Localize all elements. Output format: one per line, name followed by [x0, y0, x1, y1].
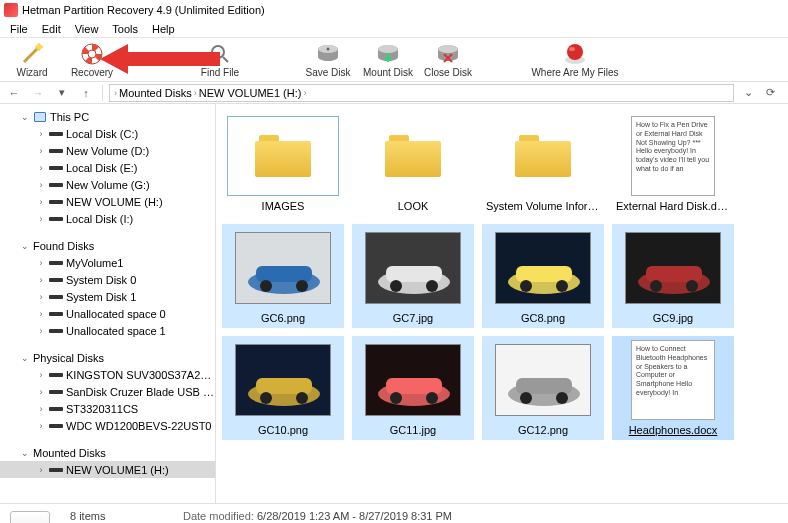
tree-item[interactable]: ›New Volume (D:) — [0, 142, 215, 159]
disk-save-icon — [316, 42, 340, 66]
expand-icon[interactable]: › — [36, 404, 46, 414]
svg-rect-36 — [256, 378, 312, 394]
monitor-icon — [33, 112, 47, 122]
tree-mounted-disks[interactable]: ⌄ Mounted Disks — [0, 444, 215, 461]
savedisk-label: Save Disk — [305, 67, 350, 78]
tree-item[interactable]: ›Unallocated space 1 — [0, 322, 215, 339]
nav-history-button[interactable]: ▾ — [52, 84, 72, 102]
window-title: Hetman Partition Recovery 4.9 (Unlimited… — [22, 4, 265, 16]
wizard-button[interactable]: Wizard — [6, 39, 58, 81]
document-item[interactable]: How to Connect Bluetooth Headphones or S… — [612, 336, 734, 440]
menu-file[interactable]: File — [4, 22, 34, 36]
find-file-button[interactable]: Find File — [194, 39, 246, 81]
item-label: LOOK — [356, 200, 470, 212]
breadcrumb[interactable]: › Mounted Disks › NEW VOLUME1 (H:) › — [109, 84, 734, 102]
tree-item[interactable]: ›NEW VOLUME (H:) — [0, 193, 215, 210]
tree-item[interactable]: ›System Disk 1 — [0, 288, 215, 305]
tree-panel[interactable]: ⌄ This PC ›Local Disk (C:)›New Volume (D… — [0, 104, 216, 503]
expand-icon[interactable]: › — [36, 197, 46, 207]
folder-icon — [515, 135, 571, 177]
expand-icon[interactable]: › — [36, 370, 46, 380]
menu-edit[interactable]: Edit — [36, 22, 67, 36]
svg-point-32 — [650, 280, 662, 292]
tree-item[interactable]: ›WDC WD1200BEVS-22UST0 — [0, 417, 215, 434]
expand-icon[interactable]: › — [36, 258, 46, 268]
image-item[interactable]: GC12.png — [482, 336, 604, 440]
tree-item[interactable]: ›MyVolume1 — [0, 254, 215, 271]
collapse-icon[interactable]: ⌄ — [20, 353, 30, 363]
collapse-icon[interactable]: ⌄ — [20, 448, 30, 458]
document-item[interactable]: How to Fix a Pen Drive or External Hard … — [612, 112, 734, 216]
item-label: GC11.jpg — [356, 424, 470, 436]
content-area[interactable]: IMAGESLOOKSystem Volume InformationHow t… — [216, 104, 788, 503]
menu-view[interactable]: View — [69, 22, 105, 36]
breadcrumb-seg-volume[interactable]: NEW VOLUME1 (H:) — [199, 87, 302, 99]
tree-item[interactable]: ›Local Disk (I:) — [0, 210, 215, 227]
tree-item[interactable]: ›Local Disk (C:) — [0, 125, 215, 142]
image-item[interactable]: GC8.png — [482, 224, 604, 328]
tree-physical-disks[interactable]: ⌄ Physical Disks — [0, 349, 215, 366]
folder-item[interactable]: System Volume Information — [482, 112, 604, 216]
image-thumb — [625, 232, 721, 304]
expand-icon[interactable]: › — [36, 163, 46, 173]
chevron-icon: › — [194, 88, 197, 98]
tree-item[interactable]: ›NEW VOLUME1 (H:) — [0, 461, 215, 478]
svg-point-27 — [520, 280, 532, 292]
tree-this-pc[interactable]: ⌄ This PC — [0, 108, 215, 125]
menu-tools[interactable]: Tools — [106, 22, 144, 36]
nav-forward-button[interactable]: → — [28, 84, 48, 102]
expand-icon[interactable]: › — [36, 326, 46, 336]
tree-item[interactable]: ›SanDisk Cruzer Blade USB Device — [0, 383, 215, 400]
image-item[interactable]: GC11.jpg — [352, 336, 474, 440]
image-item[interactable]: GC6.png — [222, 224, 344, 328]
tree-item[interactable]: ›System Disk 0 — [0, 271, 215, 288]
nav-up-button[interactable]: ↑ — [76, 84, 96, 102]
nav-dropdown-button[interactable]: ⌄ — [738, 84, 758, 102]
expand-icon[interactable]: › — [36, 129, 46, 139]
breadcrumb-seg-mounted[interactable]: Mounted Disks — [119, 87, 192, 99]
tree-item[interactable]: ›New Volume (G:) — [0, 176, 215, 193]
item-label: GC9.jpg — [616, 312, 730, 324]
expand-icon[interactable]: › — [36, 292, 46, 302]
svg-point-12 — [567, 44, 583, 60]
image-item[interactable]: GC9.jpg — [612, 224, 734, 328]
image-thumb — [365, 344, 461, 416]
tree-found-disks[interactable]: ⌄ Found Disks — [0, 237, 215, 254]
image-item[interactable]: GC7.jpg — [352, 224, 474, 328]
expand-icon[interactable]: › — [36, 146, 46, 156]
tree-item[interactable]: ›KINGSTON SUV300S37A240G — [0, 366, 215, 383]
mount-disk-button[interactable]: Mount Disk — [362, 39, 414, 81]
nav-refresh-button[interactable]: ⟳ — [760, 84, 780, 102]
save-disk-button[interactable]: Save Disk — [302, 39, 354, 81]
expand-icon[interactable]: › — [36, 275, 46, 285]
expand-icon[interactable]: › — [36, 180, 46, 190]
tree-item[interactable]: ›Unallocated space 0 — [0, 305, 215, 322]
item-label: Headphones.docx — [616, 424, 730, 436]
chevron-icon: › — [114, 88, 117, 98]
search-icon — [208, 42, 232, 66]
nav-back-button[interactable]: ← — [4, 84, 24, 102]
folder-icon — [255, 135, 311, 177]
expand-icon[interactable]: › — [36, 309, 46, 319]
expand-icon[interactable]: › — [36, 214, 46, 224]
expand-icon[interactable]: › — [36, 465, 46, 475]
disk-icon — [49, 146, 63, 156]
recovery-button[interactable]: Recovery — [66, 39, 118, 81]
folder-item[interactable]: LOOK — [352, 112, 474, 216]
folder-item[interactable]: IMAGES — [222, 112, 344, 216]
item-label: GC10.png — [226, 424, 340, 436]
collapse-icon[interactable]: ⌄ — [20, 241, 30, 251]
image-item[interactable]: GC10.png — [222, 336, 344, 440]
disk-icon — [49, 465, 63, 475]
collapse-icon[interactable]: ⌄ — [20, 112, 30, 122]
expand-icon[interactable]: › — [36, 387, 46, 397]
tree-item[interactable]: ›ST3320311CS — [0, 400, 215, 417]
menu-help[interactable]: Help — [146, 22, 181, 36]
red-button-icon — [563, 42, 587, 66]
where-files-button[interactable]: Where Are My Files — [520, 39, 630, 81]
tree-item[interactable]: ›Local Disk (E:) — [0, 159, 215, 176]
disk-icon — [49, 258, 63, 268]
close-disk-button[interactable]: Close Disk — [422, 39, 474, 81]
expand-icon[interactable]: › — [36, 421, 46, 431]
disk-mount-icon — [376, 42, 400, 66]
